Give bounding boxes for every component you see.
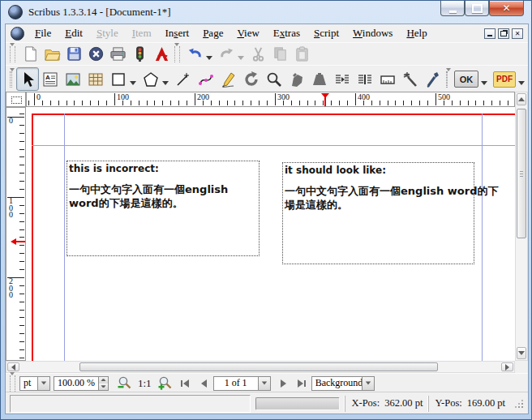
insert-polygon-tool[interactable] (139, 67, 162, 91)
zoom-in-button[interactable] (157, 375, 174, 392)
text-frame-correct[interactable]: it should look like: 一句中文句字入面有一個english … (282, 162, 474, 264)
link-text-frames-tool[interactable] (331, 67, 354, 91)
first-page-button[interactable] (178, 376, 192, 391)
paste-button[interactable] (291, 43, 313, 65)
zoom-tool[interactable] (263, 67, 285, 91)
mdi-close-button[interactable]: ✕ (512, 28, 523, 39)
mdi-restore-button[interactable] (498, 28, 509, 39)
insert-table-tool[interactable] (84, 67, 107, 91)
menu-windows[interactable]: Windows (349, 26, 397, 40)
zoom-reset-button[interactable]: 1:1 (138, 377, 152, 390)
toolbar-handle[interactable] (10, 46, 15, 62)
toolbar-handle[interactable] (446, 71, 448, 88)
h-ruler-label: 0 (36, 92, 41, 101)
magnifier-icon (265, 71, 283, 88)
scroll-up-button[interactable] (517, 93, 526, 105)
vertical-scrollbar-thumb[interactable] (517, 109, 526, 238)
ruler-origin-box[interactable] (6, 92, 26, 107)
horizontal-scrollbar[interactable] (6, 361, 515, 373)
cut-button[interactable] (247, 43, 269, 65)
toolbar-handle[interactable] (10, 71, 12, 88)
menu-extras[interactable]: Extras (269, 26, 304, 40)
open-document-button[interactable] (41, 43, 63, 65)
copy-button[interactable] (269, 43, 291, 65)
print-document-button[interactable] (107, 43, 129, 65)
dropdown-arrow-icon (365, 382, 370, 385)
polygon-dropdown-arrow[interactable] (162, 81, 169, 85)
text-frame-incorrect[interactable]: this is incorrect: 一句中文句字入面有一個english wo… (66, 161, 260, 256)
menu-view[interactable]: View (233, 26, 263, 40)
menu-page[interactable]: Page (199, 26, 227, 40)
close-document-icon (88, 45, 105, 62)
horizontal-scrollbar-thumb[interactable] (79, 362, 438, 371)
zoom-out-button[interactable] (115, 375, 133, 392)
unit-dropdown-button[interactable] (37, 376, 50, 391)
last-page-button[interactable] (295, 376, 309, 391)
document-viewport[interactable]: this is incorrect: 一句中文句字入面有一個english wo… (26, 107, 515, 361)
layer-dropdown-button[interactable] (362, 376, 375, 391)
resize-grip[interactable] (514, 399, 524, 409)
measurements-tool[interactable] (376, 67, 399, 91)
toolbar-handle[interactable] (174, 46, 180, 62)
undo-dropdown-arrow[interactable] (206, 56, 212, 60)
previous-page-button[interactable] (197, 376, 211, 391)
scroll-left-button[interactable] (7, 362, 19, 371)
menu-file[interactable]: File (31, 26, 55, 40)
layer-value: Background (311, 376, 362, 391)
page-dropdown-button[interactable] (258, 376, 271, 391)
h-ruler-label: 100 (117, 92, 129, 101)
menu-help[interactable]: Help (402, 26, 431, 40)
frame2-heading: it should look like: (285, 164, 474, 177)
pdf-push-button-tool[interactable]: OK (452, 67, 481, 91)
insert-bezier-curve-tool[interactable] (195, 67, 217, 91)
horizontal-ruler[interactable]: 0100200300400500 (26, 92, 515, 107)
save-document-button[interactable] (63, 43, 85, 65)
insert-freehand-line-tool[interactable] (217, 67, 240, 91)
copy-item-properties-tool[interactable] (399, 67, 422, 91)
preflight-verifier-button[interactable] (129, 43, 151, 65)
pdf-text-field-tool[interactable]: PDF (491, 67, 518, 91)
select-arrow-icon (19, 71, 36, 88)
vertical-ruler[interactable]: 01 0 02 0 0 (6, 107, 26, 361)
scroll-down-button[interactable] (517, 347, 526, 359)
save-as-pdf-button[interactable] (151, 43, 173, 65)
unit-combobox[interactable]: pt (19, 376, 50, 391)
menu-insert[interactable]: Insert (161, 26, 194, 40)
insert-line-tool[interactable] (172, 67, 195, 91)
pdf-field-dropdown-arrow[interactable] (518, 81, 525, 85)
next-page-button[interactable] (277, 376, 290, 391)
pdf-button-dropdown-arrow[interactable] (481, 81, 487, 85)
insert-text-frame-tool[interactable]: A (39, 67, 62, 91)
shape-dropdown-arrow[interactable] (130, 81, 136, 85)
unlink-text-frames-tool[interactable] (354, 67, 376, 91)
undo-button[interactable] (184, 43, 206, 65)
redo-button[interactable] (216, 43, 238, 65)
close-button[interactable]: ✕ (489, 1, 524, 16)
zoom-spin-buttons[interactable] (98, 376, 109, 391)
zoom-spinbox[interactable]: 100.00 % (54, 376, 109, 391)
insert-image-frame-tool[interactable] (62, 67, 84, 91)
mdi-minimize-button[interactable] (484, 28, 496, 39)
edit-contents-tool[interactable] (285, 67, 308, 91)
new-document-button[interactable] (19, 43, 41, 65)
menu-edit[interactable]: Edit (61, 26, 87, 40)
vertical-scrollbar[interactable] (515, 92, 528, 361)
rotate-item-tool[interactable] (240, 67, 263, 91)
redo-dropdown-arrow[interactable] (238, 56, 244, 60)
layer-combobox[interactable]: Background (311, 376, 375, 391)
page-selector-combobox[interactable]: 1 of 1 (213, 376, 271, 391)
document-system-menu-icon[interactable] (11, 27, 24, 41)
minimize-button[interactable] (440, 1, 465, 16)
close-document-button[interactable] (85, 43, 107, 65)
h-ruler-major-tick (34, 93, 35, 105)
select-item-tool[interactable] (16, 67, 39, 91)
maximize-button[interactable] (465, 1, 489, 16)
scroll-right-button[interactable] (501, 362, 513, 371)
h-ruler-label: 300 (277, 92, 290, 101)
edit-text-story-editor-tool[interactable] (308, 67, 331, 91)
toolbar-handle[interactable] (10, 375, 15, 392)
eye-dropper-tool[interactable] (422, 67, 444, 91)
image-frame-icon (64, 71, 82, 88)
insert-shape-tool[interactable] (107, 67, 130, 91)
menu-script[interactable]: Script (310, 26, 343, 40)
